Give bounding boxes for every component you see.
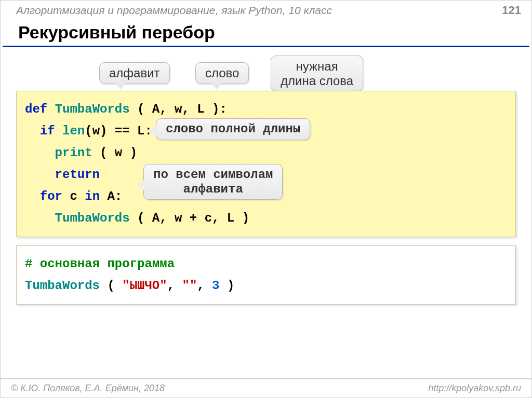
callout-alphabet: алфавит [99,62,170,84]
subject-text: Алгоритмизация и программирование, язык … [16,4,332,17]
copyright: © К.Ю. Поляков, Е.А. Ерёмин, 2018 [11,383,165,394]
slide-header: Алгоритмизация и программирование, язык … [1,1,531,20]
code-line: # основная программа [25,253,507,275]
page-number: 121 [502,4,521,17]
code-block-main: # основная программа TumbaWords ( "ЫШЧО"… [16,245,516,305]
code-line: print ( w ) [25,142,507,164]
slide-footer: © К.Ю. Поляков, Е.А. Ерёмин, 2018 http:/… [1,378,531,397]
code-block-function: слово полной длины по всем символам алфа… [16,91,516,237]
code-line: TumbaWords ( A, w + c, L ) [25,208,507,229]
top-callouts: алфавит слово нужная длина слова [16,58,516,89]
callout-fullword: слово полной длины [156,118,310,140]
footer-url: http://kpolyakov.spb.ru [428,383,521,394]
code-line: def TumbaWords ( A, w, L ): [25,99,507,120]
code-line: TumbaWords ( "ЫШЧО", "", 3 ) [25,275,507,297]
callout-allchars: по всем символам алфавита [143,164,283,200]
callout-length: нужная длина слова [271,56,363,91]
callout-word: слово [195,62,249,84]
slide-content: алфавит слово нужная длина слова слово п… [1,47,531,305]
slide-title: Рекурсивный перебор [3,20,529,47]
